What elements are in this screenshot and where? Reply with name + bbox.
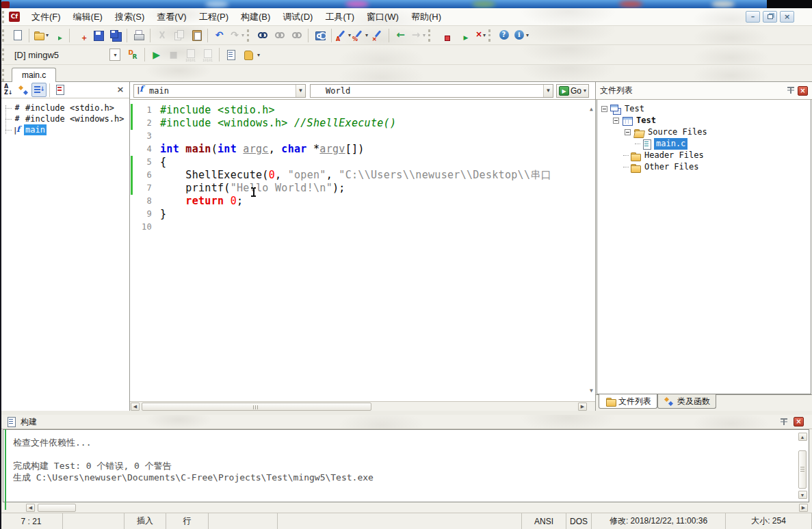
- tab-main-c[interactable]: main.c: [12, 68, 56, 82]
- code-line-2[interactable]: 2#include <windows.h> //ShellExecute(): [130, 117, 595, 130]
- build-binary-alt-button[interactable]: [199, 46, 216, 63]
- scrollbar-thumb[interactable]: [38, 504, 76, 512]
- tree-expander[interactable]: [613, 118, 619, 124]
- reopen-file-button[interactable]: [49, 27, 66, 44]
- menu-build[interactable]: 构建(B): [235, 8, 276, 26]
- symbol-item-2[interactable]: #include <windows.h>: [0, 113, 129, 124]
- find-in-files-button[interactable]: [311, 27, 328, 44]
- clean-button[interactable]: ▾: [469, 27, 486, 44]
- menu-tools[interactable]: 工具(T): [319, 8, 361, 26]
- minimize-button[interactable]: –: [746, 11, 760, 23]
- code-line-9[interactable]: 9}: [130, 208, 595, 221]
- help-button[interactable]: [495, 27, 512, 44]
- window-title-bar[interactable]: [0, 0, 812, 8]
- pause-button[interactable]: [239, 46, 257, 63]
- toolbar-grip[interactable]: [2, 29, 5, 42]
- menu-debug[interactable]: 调试(D): [276, 8, 319, 26]
- toolbar-grip[interactable]: [247, 29, 250, 42]
- sort-by-type-button[interactable]: [16, 83, 31, 97]
- run-button[interactable]: [148, 46, 165, 63]
- print-button[interactable]: [130, 27, 147, 44]
- about-button[interactable]: ▾: [512, 27, 529, 44]
- pin-icon[interactable]: [778, 416, 791, 428]
- menu-file[interactable]: 文件(F): [25, 8, 67, 26]
- menu-help[interactable]: 帮助(H): [405, 8, 447, 26]
- close-panel-button[interactable]: [794, 417, 804, 426]
- pin-icon[interactable]: [785, 85, 798, 96]
- tree-item-source-files[interactable]: Source Files: [597, 126, 811, 138]
- go-button[interactable]: Go ▾: [556, 84, 589, 98]
- code-line-10[interactable]: 10: [130, 221, 595, 234]
- navigate-back-button[interactable]: [392, 27, 409, 44]
- save-all-button[interactable]: [107, 27, 124, 44]
- code-line-3[interactable]: 3: [130, 130, 595, 143]
- restore-button[interactable]: [763, 11, 777, 23]
- close-button[interactable]: ×: [780, 11, 794, 23]
- redo-button[interactable]: ▾: [228, 27, 245, 44]
- chevron-down-icon[interactable]: ▼: [296, 85, 305, 97]
- scroll-up-icon[interactable]: ▲: [590, 103, 593, 116]
- clear-bookmarks-button[interactable]: [369, 27, 386, 44]
- toolbar-grip[interactable]: [2, 49, 5, 61]
- editor-horizontal-scrollbar[interactable]: ◀ ▶: [130, 401, 595, 411]
- find-button[interactable]: [254, 27, 271, 44]
- scroll-down-icon[interactable]: ▼: [590, 384, 593, 397]
- list-view-button[interactable]: [31, 83, 47, 97]
- symbol-item-3[interactable]: main: [0, 124, 129, 135]
- toolbar-grip[interactable]: [488, 29, 492, 42]
- toolbar-overflow-caret[interactable]: ▾: [257, 52, 260, 58]
- menu-search[interactable]: 搜索(S): [109, 8, 150, 26]
- code-area[interactable]: 1#include <stdio.h>2#include <windows.h>…: [130, 100, 595, 401]
- symbol-item-1[interactable]: #include <stdio.h>: [0, 103, 129, 113]
- build-binary-button[interactable]: [182, 46, 199, 63]
- menu-view[interactable]: 查看(V): [150, 8, 192, 26]
- symbol-settings-button[interactable]: [53, 83, 68, 97]
- search-combo[interactable]: World ▼: [310, 84, 553, 98]
- menu-project[interactable]: 工程(P): [193, 8, 235, 26]
- paste-button[interactable]: [187, 27, 205, 44]
- save-button[interactable]: [90, 27, 107, 44]
- close-symbol-panel-button[interactable]: [113, 83, 128, 97]
- tree-item-other-files[interactable]: Other Files: [597, 161, 811, 173]
- toolbar-grip[interactable]: [2, 11, 5, 23]
- compile-button[interactable]: [435, 27, 452, 44]
- scroll-up-button[interactable]: ▲: [798, 433, 807, 441]
- tree-item-header-files[interactable]: Header Files: [597, 150, 811, 161]
- toolbar-grip[interactable]: [2, 69, 5, 81]
- code-line-7[interactable]: 7 printf("Hello World!\n");: [130, 182, 595, 195]
- add-file-to-project-button[interactable]: [73, 27, 90, 44]
- code-line-1[interactable]: 1#include <stdio.h>: [130, 104, 595, 117]
- open-file-button[interactable]: ▾: [32, 27, 49, 44]
- tree-expander[interactable]: [601, 106, 607, 112]
- scrollbar-thumb[interactable]: [798, 450, 807, 489]
- scrollbar-thumb[interactable]: [142, 403, 371, 411]
- toggle-bookmark-button[interactable]: ▾: [335, 27, 352, 44]
- scroll-right-button[interactable]: ▶: [578, 403, 587, 411]
- find-previous-button[interactable]: [288, 27, 305, 44]
- menu-window[interactable]: 窗口(W): [361, 8, 405, 26]
- close-panel-button[interactable]: [798, 86, 808, 96]
- undo-button[interactable]: [211, 27, 228, 44]
- debug-restart-button[interactable]: [125, 46, 142, 63]
- scroll-right-button[interactable]: ▶: [799, 504, 808, 512]
- scroll-left-button[interactable]: ◀: [131, 403, 140, 411]
- panel-tab-file-list[interactable]: 文件列表: [599, 394, 657, 409]
- function-combo[interactable]: main ▼: [133, 84, 306, 98]
- build-button[interactable]: [452, 27, 469, 44]
- find-next-button[interactable]: [271, 27, 288, 44]
- toolbar-grip[interactable]: [428, 29, 432, 42]
- compiler-mode-combo[interactable]: ▾: [109, 49, 120, 61]
- cut-button[interactable]: [153, 27, 170, 44]
- menu-edit[interactable]: 编辑(E): [67, 8, 109, 26]
- chevron-down-icon[interactable]: ▼: [543, 85, 553, 97]
- code-line-6[interactable]: 6 ShellExecute(0, "open", "C:\\Users\\ne…: [130, 169, 595, 182]
- scroll-left-button[interactable]: ◀: [26, 504, 35, 512]
- sort-alphabetic-button[interactable]: [1, 83, 16, 97]
- tree-item-main-c[interactable]: main.c: [597, 138, 811, 150]
- tree-item-test[interactable]: Test: [597, 103, 811, 115]
- code-line-8[interactable]: 8 return 0;: [130, 195, 595, 208]
- build-vertical-scrollbar[interactable]: ▲ ▼: [798, 433, 807, 499]
- build-horizontal-scrollbar[interactable]: ◀ ▶: [0, 502, 812, 513]
- copy-button[interactable]: [170, 27, 187, 44]
- view-build-log-button[interactable]: [222, 46, 239, 63]
